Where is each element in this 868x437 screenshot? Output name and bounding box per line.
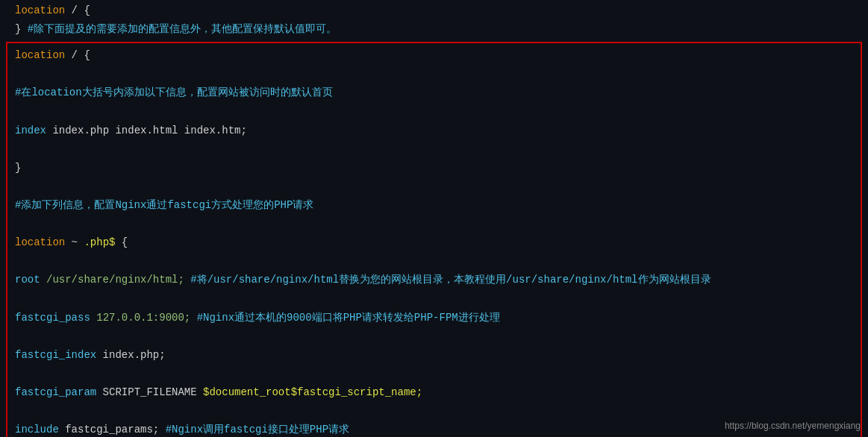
- hl-line-14: [7, 289, 861, 308]
- hl-line-7: }: [7, 159, 861, 177]
- hl-line-3: #在location大括号内添加以下信息，配置网站被访问时的默认首页: [7, 84, 861, 102]
- hl-line-17: fastcgi_index index.php;: [7, 346, 861, 365]
- hl-line-19: fastcgi_param SCRIPT_FILENAME $document_…: [7, 383, 861, 402]
- hl-line-18: [7, 365, 861, 383]
- hl-line-5: index index.php index.html index.htm;: [7, 122, 861, 140]
- keyword-location: location: [15, 4, 65, 16]
- hl-line-12: [7, 252, 861, 271]
- hl-line-1: location / {: [7, 46, 861, 65]
- hl-line-4: [7, 102, 861, 121]
- hl-line-10: [7, 215, 861, 233]
- code-editor: location / { } #除下面提及的需要添加的配置信息外，其他配置保持默…: [0, 0, 868, 437]
- hl-line-9: #添加下列信息，配置Nginx通过fastcgi方式处理您的PHP请求: [7, 196, 861, 215]
- line-2: } #除下面提及的需要添加的配置信息外，其他配置保持默认值即可。: [7, 20, 861, 39]
- hl-line-15: fastcgi_pass 127.0.0.1:9000; #Nginx通过本机的…: [7, 309, 861, 327]
- hl-line-8: [7, 177, 861, 196]
- hl-line-6: [7, 140, 861, 159]
- hl-line-11: location ~ .php$ {: [7, 233, 861, 252]
- line-1: location / {: [7, 1, 861, 20]
- watermark: https://blog.csdn.net/yemengxiang: [725, 421, 861, 431]
- hl-line-13: root /usr/share/nginx/html; #将/usr/share…: [7, 271, 861, 289]
- top-code-section: location / { } #除下面提及的需要添加的配置信息外，其他配置保持默…: [0, 0, 868, 40]
- hl-line-2: [7, 65, 861, 84]
- hl-line-20: [7, 402, 861, 421]
- hl-line-16: [7, 327, 861, 346]
- highlighted-region: location / { #在location大括号内添加以下信息，配置网站被访…: [6, 42, 862, 437]
